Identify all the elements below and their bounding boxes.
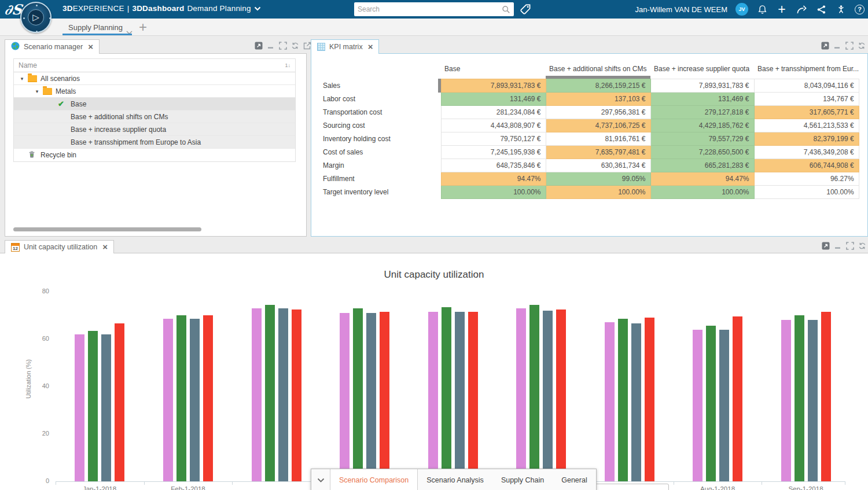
edit-icon[interactable]: [303, 42, 311, 50]
kpi-cell[interactable]: 7,436,349,208 €: [754, 145, 859, 159]
kpi-cell[interactable]: 100.00%: [650, 185, 754, 198]
popout-icon[interactable]: [822, 242, 830, 250]
tree-item-base[interactable]: ✔Base: [14, 98, 295, 110]
bar-series-4-Feb-1-2018[interactable]: [203, 315, 213, 481]
kpi-cell[interactable]: 7,635,797,481 €: [546, 145, 650, 159]
kpi-cell[interactable]: 81,916,761 €: [546, 132, 650, 145]
kpi-matrix-tab[interactable]: KPI matrix ×: [311, 39, 379, 54]
bar-series-3-Apr-1-2018[interactable]: [366, 313, 376, 481]
kpi-cell[interactable]: 96.27%: [754, 172, 859, 185]
share-network-icon[interactable]: [815, 3, 827, 15]
bottom-tab-general[interactable]: General: [553, 469, 595, 490]
refresh-icon[interactable]: [858, 242, 866, 250]
bar-series-4-Jul-1-2018[interactable]: [645, 318, 654, 481]
search-input[interactable]: [354, 5, 502, 13]
bar-series-3-May-1-2018[interactable]: [455, 312, 465, 481]
kpi-cell[interactable]: 665,281,283 €: [650, 159, 754, 172]
tree-item-metals[interactable]: ▾Metals: [14, 85, 295, 98]
tree-item-base-transshipment-from-europe-to-asia[interactable]: Base + transshipment from Europe to Asia: [14, 136, 295, 149]
maximize-icon[interactable]: [846, 242, 854, 250]
bar-series-3-Jan-1-2018[interactable]: [101, 334, 111, 481]
kpi-cell[interactable]: 4,429,185,762 €: [650, 119, 754, 132]
bar-series-3-Feb-1-2018[interactable]: [190, 319, 200, 481]
bar-series-4-Jan-1-2018[interactable]: [115, 323, 124, 481]
tree-item-base-increase-supplier-quota[interactable]: Base + increase supplier quota: [14, 123, 295, 136]
bar-series-4-May-1-2018[interactable]: [468, 312, 478, 481]
tree-item-base-additional-shifts-on-cms[interactable]: Base + additional shifts on CMs: [14, 110, 295, 123]
caret-expanded-icon[interactable]: ▾: [19, 76, 25, 82]
chevron-down-icon[interactable]: [254, 6, 261, 11]
add-tab-button[interactable]: +: [139, 19, 147, 36]
bar-series-2-Jul-1-2018[interactable]: [618, 319, 628, 481]
kpi-column-header-2[interactable]: Base + increase supplier quota: [650, 62, 754, 76]
kpi-cell[interactable]: 8,043,094,116 €: [754, 79, 859, 92]
kpi-cell[interactable]: 7,245,195,938 €: [441, 145, 546, 159]
bottom-tab-scenario-analysis[interactable]: Scenario Analysis: [418, 469, 492, 490]
popout-icon[interactable]: [255, 42, 263, 50]
kpi-cell[interactable]: 4,443,808,907 €: [441, 119, 546, 132]
close-icon[interactable]: ×: [88, 43, 93, 50]
minimize-icon[interactable]: [834, 242, 842, 250]
bar-series-2-Apr-1-2018[interactable]: [353, 308, 363, 481]
kpi-cell[interactable]: 648,735,846 €: [441, 159, 546, 172]
kpi-cell[interactable]: 4,737,106,725 €: [546, 119, 650, 132]
bottom-tab-scenario-comparison[interactable]: Scenario Comparison: [330, 469, 418, 490]
bar-series-1-Aug-1-2018[interactable]: [693, 330, 703, 481]
bar-series-2-Jun-1-2018[interactable]: [529, 305, 539, 481]
unit-capacity-tab[interactable]: 12 Unit capacity utilization ×: [5, 240, 114, 253]
tab-supply-planning[interactable]: Supply Planning: [68, 23, 123, 32]
popout-icon[interactable]: [821, 42, 829, 50]
swym-person-icon[interactable]: [835, 3, 847, 15]
kpi-column-header-0[interactable]: Base: [441, 62, 546, 76]
compass-icon[interactable]: ▷: [20, 2, 52, 33]
bar-series-1-May-1-2018[interactable]: [428, 312, 438, 481]
kpi-cell[interactable]: 7,228,650,500 €: [650, 145, 754, 159]
kpi-cell[interactable]: 7,893,931,783 €: [650, 79, 754, 92]
kpi-column-header-3[interactable]: Base + transshipment from Eur...: [754, 62, 859, 76]
bar-series-4-Aug-1-2018[interactable]: [733, 316, 742, 481]
kpi-cell[interactable]: 134,767 €: [754, 92, 859, 105]
bar-series-3-Mar-1-2018[interactable]: [278, 308, 288, 481]
bar-series-3-Jun-1-2018[interactable]: [543, 311, 553, 481]
kpi-cell[interactable]: 137,103 €: [546, 92, 650, 105]
tree-column-header[interactable]: Name 1↓: [14, 59, 295, 72]
bar-series-2-Jan-1-2018[interactable]: [88, 331, 98, 481]
kpi-cell[interactable]: 279,127,818 €: [650, 105, 754, 119]
kpi-column-header-1[interactable]: Base + additional shifts on CMs: [546, 62, 650, 76]
minimize-icon[interactable]: [833, 42, 841, 50]
kpi-cell[interactable]: 94.47%: [441, 172, 546, 185]
bar-series-1-Mar-1-2018[interactable]: [252, 308, 262, 481]
bar-series-2-Mar-1-2018[interactable]: [265, 305, 275, 481]
tree-item-all-scenarios[interactable]: ▾All scenarios: [14, 72, 295, 85]
caret-expanded-icon[interactable]: ▾: [34, 89, 41, 94]
bar-series-2-Sep-1-2018[interactable]: [795, 315, 804, 481]
tree-item-recycle-bin[interactable]: Recycle bin: [14, 149, 295, 161]
kpi-cell[interactable]: 100.00%: [441, 185, 546, 198]
kpi-cell[interactable]: 8,266,159,215 €: [546, 79, 650, 92]
tab-chevron-down-icon[interactable]: [126, 27, 133, 37]
kpi-cell[interactable]: 281,234,084 €: [441, 105, 546, 119]
bar-series-4-Mar-1-2018[interactable]: [292, 310, 301, 481]
bar-series-3-Sep-1-2018[interactable]: [808, 320, 818, 481]
kpi-cell[interactable]: 630,361,734 €: [546, 159, 650, 172]
kpi-cell[interactable]: 100.00%: [754, 185, 859, 198]
bar-series-1-Jun-1-2018[interactable]: [516, 308, 526, 481]
kpi-cell[interactable]: 94.47%: [650, 172, 754, 185]
bar-series-2-Feb-1-2018[interactable]: [176, 315, 186, 481]
kpi-cell[interactable]: 79,557,729 €: [650, 132, 754, 145]
search-icon[interactable]: [502, 5, 510, 14]
scenario-manager-tab[interactable]: Scenario manager ×: [5, 39, 100, 54]
minimize-icon[interactable]: [267, 42, 275, 50]
kpi-cell[interactable]: 317,605,771 €: [754, 105, 859, 119]
bar-series-1-Jan-1-2018[interactable]: [75, 334, 84, 481]
dashboard-name[interactable]: Demand Planning: [187, 4, 251, 13]
kpi-cell[interactable]: 7,893,931,783 €: [441, 79, 546, 92]
bar-series-4-Sep-1-2018[interactable]: [821, 312, 831, 481]
kpi-cell[interactable]: 4,561,213,533 €: [754, 119, 859, 132]
tag-icon[interactable]: [519, 3, 532, 18]
collapse-chevron-icon[interactable]: [311, 469, 330, 490]
close-icon[interactable]: ×: [368, 43, 373, 50]
refresh-icon[interactable]: [291, 42, 299, 50]
bar-series-2-Aug-1-2018[interactable]: [706, 326, 716, 481]
bar-series-4-Jun-1-2018[interactable]: [556, 310, 566, 481]
